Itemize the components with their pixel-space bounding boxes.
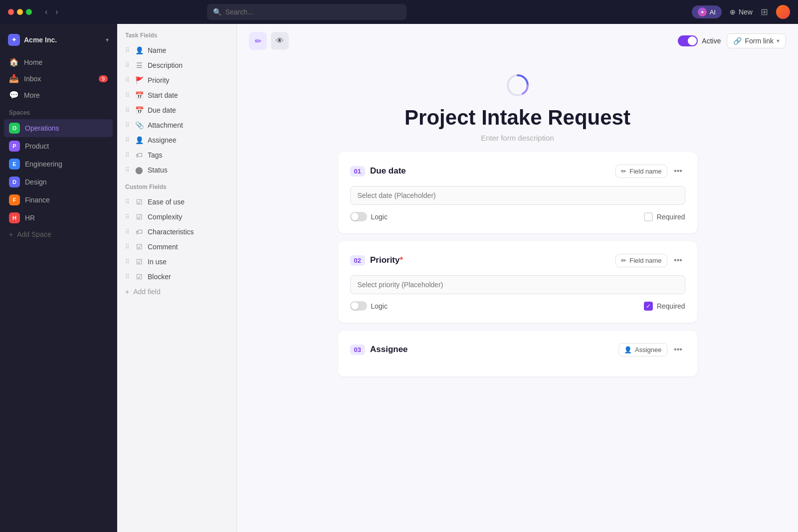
- field-number-3: 03: [350, 345, 365, 355]
- sidebar-item-inbox[interactable]: 📥 Inbox 9: [4, 70, 113, 87]
- sidebar-item-finance[interactable]: F Finance: [4, 191, 113, 209]
- field-blocker[interactable]: ⠿ ☑ Blocker: [117, 269, 236, 284]
- field-card-header-3: 03 Assignee 👤 Assignee •••: [350, 343, 685, 356]
- maximize-dot[interactable]: [26, 9, 32, 15]
- tags-field-icon: 🏷: [135, 151, 144, 159]
- design-label: Design: [25, 178, 47, 186]
- forward-button[interactable]: ›: [52, 6, 61, 17]
- preview-button[interactable]: 👁: [271, 32, 289, 50]
- workspace-name: Acme Inc.: [24, 36, 57, 44]
- main-layout: ✦ Acme Inc. ▾ 🏠 Home 📥 Inbox 9 💬 More Sp…: [0, 24, 798, 532]
- due-date-field-icon: 📅: [135, 106, 144, 114]
- avatar[interactable]: [776, 5, 790, 19]
- drag-handle-status: ⠿: [125, 167, 130, 174]
- logic-knob-1: [351, 213, 359, 220]
- field-in-use[interactable]: ⠿ ☑ In use: [117, 254, 236, 269]
- sidebar-home-label: Home: [24, 58, 42, 66]
- complexity-field-icon: ☑: [135, 213, 144, 221]
- field-due-date[interactable]: ⠿ 📅 Due date: [117, 103, 236, 118]
- field-card-header-2: 02 Priority* ✏ Field name •••: [350, 253, 685, 267]
- engineering-dot: E: [9, 159, 20, 170]
- field-ease-of-use[interactable]: ⠿ ☑ Ease of use: [117, 194, 236, 209]
- sidebar-more-label: More: [24, 91, 40, 99]
- inbox-icon: 📥: [9, 74, 19, 83]
- form-link-button[interactable]: 🔗 Form link ▾: [727, 33, 786, 48]
- sidebar-item-hr[interactable]: H HR: [4, 209, 113, 227]
- ai-icon: ✦: [698, 7, 707, 16]
- field-attachment[interactable]: ⠿ 📎 Attachment: [117, 118, 236, 133]
- workspace-header[interactable]: ✦ Acme Inc. ▾: [4, 30, 113, 50]
- field-complexity[interactable]: ⠿ ☑ Complexity: [117, 209, 236, 224]
- new-label: New: [739, 8, 753, 16]
- active-toggle[interactable]: [678, 35, 698, 46]
- form-description: Enter form description: [481, 134, 554, 142]
- new-button[interactable]: ⊕ New: [730, 8, 753, 16]
- field-start-date[interactable]: ⠿ 📅 Start date: [117, 88, 236, 103]
- sidebar-item-engineering[interactable]: E Engineering: [4, 155, 113, 173]
- field-name-button-1[interactable]: ✏ Field name: [615, 165, 667, 178]
- add-field-button[interactable]: + Add field: [117, 284, 236, 299]
- search-input[interactable]: [225, 8, 400, 16]
- logic-toggle-2[interactable]: [350, 301, 367, 311]
- required-checkbox-1[interactable]: [644, 212, 653, 221]
- required-asterisk: *: [400, 255, 403, 265]
- required-label-1: Required: [657, 213, 685, 221]
- field-card-header-1: 01 Due date ✏ Field name •••: [350, 164, 685, 178]
- field-name-button-3[interactable]: 👤 Assignee: [618, 343, 667, 356]
- form-link-label: Form link: [745, 37, 774, 45]
- ai-button[interactable]: ✦ AI: [692, 5, 722, 18]
- close-dot[interactable]: [8, 9, 14, 15]
- grid-icon[interactable]: ⊞: [761, 6, 768, 17]
- field-menu-button-1[interactable]: •••: [671, 164, 685, 178]
- search-bar[interactable]: 🔍: [207, 4, 406, 20]
- form-field-card-assignee: 03 Assignee 👤 Assignee •••: [338, 331, 697, 376]
- form-header: Project Intake Request Enter form descri…: [277, 58, 758, 152]
- field-description[interactable]: ⠿ ☰ Description: [117, 58, 236, 73]
- finance-dot: F: [9, 194, 20, 205]
- sidebar-item-design[interactable]: D Design: [4, 173, 113, 191]
- sidebar-item-more[interactable]: 💬 More: [4, 87, 113, 103]
- field-name-button-2[interactable]: ✏ Field name: [615, 254, 667, 267]
- required-checkbox-2[interactable]: ✓: [644, 302, 653, 311]
- form-body: Project Intake Request Enter form descri…: [237, 58, 798, 532]
- field-status[interactable]: ⠿ ⬤ Status: [117, 163, 236, 177]
- finance-label: Finance: [25, 196, 50, 204]
- field-name[interactable]: ⠿ 👤 Name: [117, 43, 236, 58]
- drag-handle-start: ⠿: [125, 92, 130, 99]
- field-number-2: 02: [350, 255, 365, 266]
- edit-field-icon-1: ✏: [621, 168, 626, 175]
- field-label-due-date: Due date: [370, 166, 615, 176]
- titlebar-right: ✦ AI ⊕ New ⊞: [692, 5, 790, 19]
- priority-input[interactable]: [350, 275, 685, 294]
- field-comment[interactable]: ⠿ ☑ Comment: [117, 239, 236, 254]
- field-due-date-label: Due date: [148, 106, 176, 114]
- field-assignee[interactable]: ⠿ 👤 Assignee: [117, 133, 236, 148]
- link-icon: 🔗: [733, 37, 742, 45]
- add-space-button[interactable]: + Add Space: [4, 227, 113, 242]
- field-menu-button-3[interactable]: •••: [671, 343, 685, 356]
- sidebar-item-operations[interactable]: O Operations: [4, 119, 113, 137]
- due-date-input[interactable]: [350, 186, 685, 205]
- field-label-assignee: Assignee: [370, 345, 618, 355]
- drag-handle-attachment: ⠿: [125, 122, 130, 129]
- nav-arrows: ‹ ›: [42, 6, 61, 17]
- field-footer-2: Logic ✓ Required: [350, 301, 685, 311]
- field-tags[interactable]: ⠿ 🏷 Tags: [117, 148, 236, 163]
- field-characteristics[interactable]: ⠿ 🏷 Characteristics: [117, 224, 236, 239]
- back-button[interactable]: ‹: [42, 6, 50, 17]
- priority-field-icon: 🚩: [135, 76, 144, 84]
- field-priority[interactable]: ⠿ 🚩 Priority: [117, 73, 236, 88]
- logic-toggle-1[interactable]: [350, 212, 367, 221]
- field-description-label: Description: [148, 61, 183, 69]
- field-priority-label: Priority: [148, 76, 170, 84]
- search-icon: 🔍: [213, 8, 221, 16]
- fields-panel: Task Fields ⠿ 👤 Name ⠿ ☰ Description ⠿ 🚩…: [117, 24, 237, 532]
- sidebar-item-home[interactable]: 🏠 Home: [4, 54, 113, 70]
- edit-button[interactable]: ✏: [249, 32, 267, 50]
- drag-handle-assignee: ⠿: [125, 137, 130, 144]
- loading-spinner: [505, 73, 530, 98]
- minimize-dot[interactable]: [17, 9, 23, 15]
- comment-field-icon: ☑: [135, 243, 144, 251]
- field-menu-button-2[interactable]: •••: [671, 253, 685, 267]
- sidebar-item-product[interactable]: P Product: [4, 137, 113, 155]
